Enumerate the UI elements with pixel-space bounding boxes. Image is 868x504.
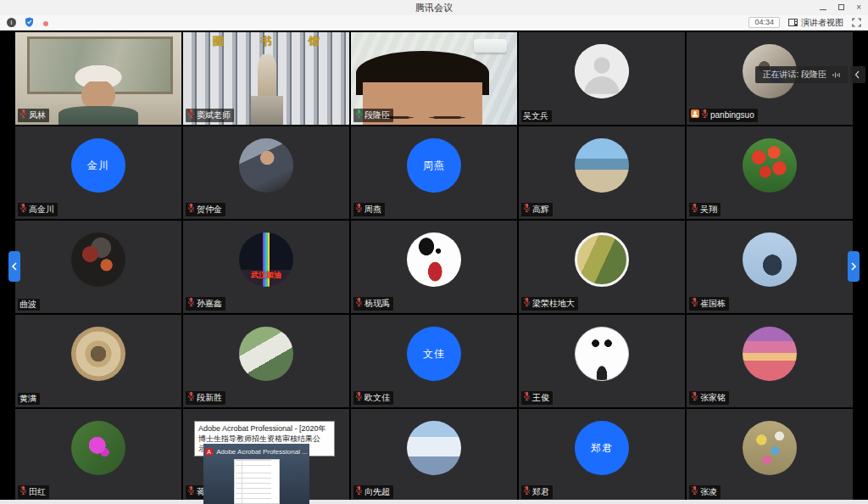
window-title: 腾讯会议 <box>415 2 453 14</box>
participant-name: 吴文兵 <box>523 110 548 122</box>
speaker-view-icon <box>788 19 798 26</box>
avatar-photo <box>743 327 797 381</box>
participant-grid: 凤林图 书 馆 窦斌老师 段隆臣 吴文兵 panbingsuo金川 <box>0 31 868 501</box>
avatar-photo: 武汉加油 <box>239 232 293 287</box>
participant-tile[interactable]: 周燕 周燕 <box>351 126 517 219</box>
record-icon[interactable] <box>42 15 49 31</box>
participant-tile[interactable]: 杨现禹 <box>351 221 517 313</box>
avatar-photo <box>743 421 797 475</box>
mic-muted-icon <box>355 203 363 216</box>
mic-muted-icon <box>523 203 531 216</box>
building-sign-text: 图 书 馆 <box>183 34 349 49</box>
participant-name: 孙嘉鑫 <box>197 298 222 310</box>
video-scene-layer <box>251 96 282 125</box>
participant-name-label: 高辉 <box>521 203 553 216</box>
info-icon[interactable]: i <box>7 18 16 27</box>
next-page-arrow[interactable] <box>848 251 860 282</box>
participant-name-label: 段新胜 <box>186 391 225 405</box>
participant-name-label: 窦斌老师 <box>186 109 234 122</box>
participant-name-label: 张凌 <box>689 485 721 499</box>
participant-name-label: 孙嘉鑫 <box>186 297 225 311</box>
participant-name: 曲波 <box>19 299 36 311</box>
participant-name-label: panbingsuo <box>689 109 758 122</box>
toast-back-arrow[interactable] <box>850 66 865 83</box>
avatar-photo <box>743 138 797 193</box>
acrobat-icon: A <box>205 448 213 456</box>
participant-tile[interactable]: 武汉加油 孙嘉鑫 <box>183 221 349 313</box>
bottom-bar <box>0 500 868 504</box>
participant-tile[interactable]: 吴文兵 <box>519 32 685 125</box>
participant-tile[interactable]: 段隆臣 <box>351 32 517 125</box>
participant-tile[interactable]: 贺仲金 <box>183 126 349 219</box>
participant-tile[interactable]: 张家铭 <box>687 315 853 407</box>
mic-muted-icon <box>701 109 709 122</box>
participant-tile[interactable]: 黄满 <box>15 315 181 407</box>
fullscreen-icon[interactable] <box>852 15 861 31</box>
previous-page-arrow[interactable] <box>8 251 20 282</box>
avatar-photo <box>71 327 125 381</box>
participant-tile[interactable]: 郑君 郑君 <box>519 409 685 501</box>
maximize-button[interactable] <box>838 3 844 12</box>
meeting-toolbar: i 04:34 演讲者视图 <box>0 15 868 31</box>
participant-name-label: 吴文兵 <box>521 110 552 122</box>
minimize-button[interactable] <box>820 3 826 12</box>
participant-tile[interactable]: 段新胜 <box>183 315 349 407</box>
participant-tile[interactable]: 向先超 <box>351 409 517 501</box>
mic-muted-icon <box>187 109 195 122</box>
participant-name-label: 黄满 <box>18 393 40 405</box>
participant-name-label: 吴翔 <box>689 203 721 216</box>
participant-tile[interactable]: 高辉 <box>519 126 685 219</box>
mic-muted-icon <box>523 485 531 499</box>
participant-name-label: 向先超 <box>353 485 393 499</box>
participant-name: 王俊 <box>532 392 549 404</box>
close-button[interactable]: × <box>856 3 861 12</box>
participant-name: 凤林 <box>29 109 46 121</box>
mic-muted-icon <box>187 203 195 216</box>
participant-tile[interactable]: 曲波 <box>15 221 181 313</box>
avatar-initials: 郑君 <box>575 421 629 475</box>
participant-name-label: 段隆臣 <box>353 109 393 122</box>
participant-tile[interactable]: 张凌 <box>687 409 853 501</box>
mic-muted-icon <box>355 391 363 405</box>
mic-muted-icon <box>19 485 27 499</box>
participant-tile[interactable]: 王俊 <box>519 315 685 407</box>
participant-tile[interactable]: 凤林 <box>15 32 181 125</box>
participant-tile[interactable]: 吴翔 <box>687 126 853 219</box>
participant-name: 欧文佳 <box>364 392 390 404</box>
video-grid-stage: 凤林图 书 馆 窦斌老师 段隆臣 吴文兵 panbingsuo金川 <box>0 31 868 504</box>
security-shield-icon[interactable] <box>25 15 34 31</box>
mic-muted-icon <box>19 203 27 216</box>
participant-tile[interactable]: 图 书 馆 窦斌老师 <box>183 32 349 125</box>
participant-tile[interactable]: 文佳 欧文佳 <box>351 315 517 407</box>
participant-name: 吴翔 <box>700 204 717 216</box>
participant-tile[interactable]: 梁荣柱地大 <box>519 221 685 313</box>
participant-name-label: 周燕 <box>353 203 385 216</box>
mic-muted-icon <box>691 203 698 216</box>
participant-name-label: 崔国栋 <box>689 297 729 311</box>
avatar-initials: 金川 <box>71 138 125 193</box>
mic-muted-icon <box>187 297 195 311</box>
avatar-photo <box>239 138 293 193</box>
participant-name-label: 王俊 <box>521 391 553 405</box>
window-controls: × <box>820 0 865 15</box>
participant-tile[interactable]: 崔国栋 <box>687 221 853 313</box>
avatar-photo <box>71 421 125 475</box>
avatar-photo <box>743 232 797 287</box>
participant-tile[interactable]: 金川 高金川 <box>15 126 181 219</box>
participant-name: 张凌 <box>700 486 717 498</box>
title-bar: 腾讯会议 × <box>0 0 868 15</box>
mic-muted-icon <box>691 391 698 405</box>
participant-tile[interactable]: 田红 <box>15 409 181 501</box>
mic-muted-icon <box>523 297 531 311</box>
avatar-initials: 周燕 <box>407 138 461 193</box>
participant-name: 段隆臣 <box>364 109 390 121</box>
screen-share-preview[interactable]: A Adobe Acrobat Professional ... <box>203 444 309 504</box>
preview-window-title: Adobe Acrobat Professional ... <box>216 448 308 456</box>
participant-name: 田红 <box>29 486 46 498</box>
mic-muted-icon <box>19 109 27 122</box>
participant-name: 高辉 <box>532 204 549 216</box>
participant-name-label: 高金川 <box>18 203 58 216</box>
speaker-view-button[interactable]: 演讲者视图 <box>788 17 843 29</box>
member-icon <box>691 109 699 121</box>
mic-speaking-icon <box>355 109 363 122</box>
